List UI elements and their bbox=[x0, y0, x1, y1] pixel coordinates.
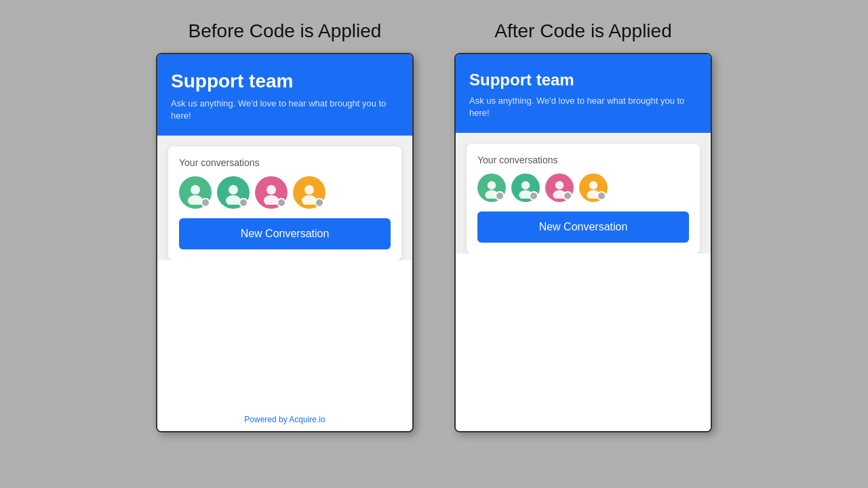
before-widget-card: Support team Ask us anything. We'd love … bbox=[156, 53, 414, 432]
after-conversations-label: Your conversations bbox=[477, 155, 689, 165]
before-avatar-4 bbox=[293, 176, 326, 209]
after-section: After Code is Applied Support team Ask u… bbox=[454, 20, 712, 432]
before-subtitle: Ask us anything. We'd love to hear what … bbox=[171, 98, 399, 122]
after-widget-card: Support team Ask us anything. We'd love … bbox=[454, 53, 712, 432]
before-conversations-box: Your conversations New Conversatio bbox=[168, 146, 401, 260]
before-team-name: Support team bbox=[171, 70, 399, 92]
after-avatar-2 bbox=[511, 174, 540, 202]
comparison-container: Before Code is Applied Support team Ask … bbox=[27, 20, 841, 432]
after-widget-header: Support team Ask us anything. We'd love … bbox=[456, 54, 711, 133]
before-section: Before Code is Applied Support team Ask … bbox=[156, 20, 414, 432]
after-title: After Code is Applied bbox=[494, 20, 672, 42]
after-new-conversation-button[interactable]: New Conversation bbox=[477, 211, 689, 243]
after-team-name: Support team bbox=[469, 70, 697, 89]
after-avatar-1 bbox=[477, 174, 506, 202]
after-conversations-box: Your conversations New Conversatio bbox=[467, 144, 700, 253]
before-new-conversation-button[interactable]: New Conversation bbox=[179, 218, 391, 249]
before-avatar-3 bbox=[255, 176, 288, 209]
before-title: Before Code is Applied bbox=[189, 20, 382, 42]
before-avatar-2 bbox=[217, 176, 250, 209]
before-widget-footer: Powered by Acquire.io bbox=[157, 408, 412, 431]
after-widget-body bbox=[456, 253, 711, 431]
after-avatar-4 bbox=[579, 174, 608, 202]
after-avatar-3 bbox=[545, 174, 574, 202]
before-avatar-1 bbox=[179, 176, 212, 209]
before-conversations-label: Your conversations bbox=[179, 157, 391, 168]
after-avatars-row bbox=[477, 174, 689, 202]
before-widget-body bbox=[157, 260, 412, 408]
after-subtitle: Ask us anything. We'd love to hear what … bbox=[469, 95, 697, 119]
before-avatars-row bbox=[179, 176, 391, 209]
before-widget-header: Support team Ask us anything. We'd love … bbox=[157, 54, 412, 136]
